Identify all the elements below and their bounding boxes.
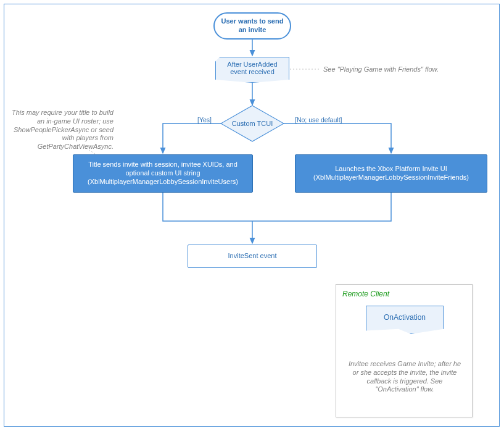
invite-sent-text: InviteSent event xyxy=(228,252,277,261)
branch-label-no: [No; use default] xyxy=(295,116,342,123)
decision-label: Custom TCUI xyxy=(232,120,273,127)
step-useradded: After UserAdded event received xyxy=(215,57,289,83)
annotation-ui-roster: This may require your title to build an … xyxy=(9,109,114,151)
branch-label-yes: [Yes] xyxy=(197,116,212,123)
annotation-playing-game-text: See "Playing Game with Friends" flow. xyxy=(323,65,439,73)
onactivation-step: OnActivation xyxy=(366,306,444,334)
invite-sent-event: InviteSent event xyxy=(188,245,317,268)
process-invite-friends-text: Launches the Xbox Platform Invite UI (Xb… xyxy=(300,165,482,182)
flowchart-canvas: User wants to send an invite After UserA… xyxy=(0,0,504,431)
annotation-remote-note: Invitee receives Game Invite; after he o… xyxy=(345,360,465,394)
decision-custom-tcui: Custom TCUI xyxy=(220,105,284,142)
remote-client-panel: Remote Client OnActivation Invitee recei… xyxy=(336,284,473,417)
annotation-remote-note-text: Invitee receives Game Invite; after he o… xyxy=(349,360,461,393)
remote-client-title: Remote Client xyxy=(342,290,389,298)
step-useradded-text: After UserAdded event received xyxy=(222,61,283,75)
process-invite-users: Title sends invite with session, invitee… xyxy=(73,154,253,193)
annotation-playing-game: See "Playing Game with Friends" flow. xyxy=(323,65,447,74)
process-invite-friends: Launches the Xbox Platform Invite UI (Xb… xyxy=(295,154,487,193)
terminator-start: User wants to send an invite xyxy=(213,12,291,40)
onactivation-text: OnActivation xyxy=(384,313,426,322)
annotation-ui-roster-text: This may require your title to build an … xyxy=(12,109,114,150)
process-invite-users-text: Title sends invite with session, invitee… xyxy=(78,161,247,186)
terminator-text: User wants to send an invite xyxy=(220,17,285,35)
